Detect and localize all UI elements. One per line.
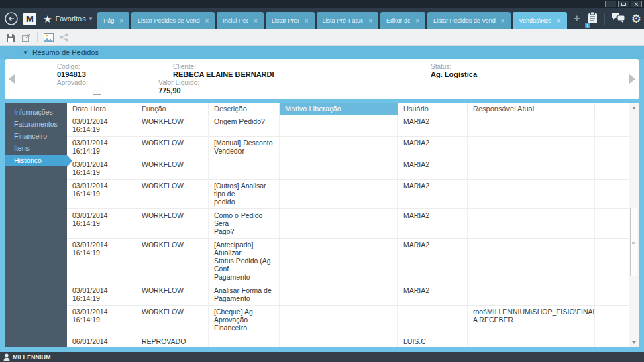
cell-descricao: Como o Pedido Será Pago? (209, 209, 280, 238)
column-header-label: Usuário (403, 105, 429, 113)
aprovado-checkbox[interactable] (93, 86, 101, 95)
cell-data-hora: 03/01/2014 16:14:19 (67, 158, 136, 179)
tab-close-icon[interactable]: × (305, 17, 309, 25)
star-icon: ★ (43, 14, 52, 24)
table-row[interactable]: 03/01/2014 16:14:19 WORKFLOW Origem Pedi… (67, 115, 639, 137)
tasks-button[interactable]: 1 (587, 11, 598, 27)
valor-liquido-label: Valor Líquido: (158, 79, 199, 86)
new-tab-button[interactable]: + (574, 12, 580, 25)
table-row[interactable]: 03/01/2014 16:14:19 WORKFLOW [Outros] An… (67, 180, 639, 209)
tab-close-icon[interactable]: × (557, 17, 561, 25)
table-row[interactable]: 03/01/2014 16:14:19 WORKFLOW [Cheque] Ag… (67, 306, 639, 335)
cell-usuario: MARIA2 (398, 158, 468, 179)
next-record-arrow[interactable] (629, 74, 635, 84)
cell-usuario: MARIA2 (398, 284, 468, 305)
sidebar-item[interactable]: Financeiro (5, 131, 67, 142)
image-icon (44, 33, 54, 42)
cell-funcao: WORKFLOW (136, 137, 209, 158)
tab-close-icon[interactable]: × (368, 17, 372, 25)
scrollbar-thumb[interactable] (630, 208, 637, 276)
table-row[interactable]: 03/01/2014 16:14:19 WORKFLOW MARIA2 (67, 158, 639, 180)
cell-responsavel (468, 239, 595, 284)
chat-bubbles-icon (611, 12, 625, 23)
column-header[interactable]: Data Hora (67, 103, 136, 115)
tab[interactable]: Listar Produt... × (266, 12, 315, 29)
cell-data-hora: 03/01/2014 16:14:19 (67, 209, 136, 238)
sidebar-item[interactable]: Histórico (5, 155, 67, 166)
sidebar-item[interactable]: Informações (5, 107, 67, 118)
cell-usuario: MARIA2 (398, 115, 468, 136)
sidebar-item-label: Informações (14, 108, 53, 116)
minimize-button[interactable] (605, 1, 616, 7)
tab-bar: M ★ Favoritos ▾ Pági... × Listar Pedidos… (0, 8, 644, 29)
share-button[interactable] (60, 33, 68, 42)
table-row[interactable]: 06/01/2014 REPROVADO LUIS.C (67, 335, 639, 347)
tab-close-icon[interactable]: × (415, 17, 419, 25)
tab[interactable]: Pági... × (97, 12, 129, 29)
tab-close-icon[interactable]: × (119, 17, 123, 25)
tab[interactable]: Lista Pré-Faturame... × (317, 12, 378, 29)
tab[interactable]: Listar Pedidos de Venda e Lis... × (427, 12, 511, 29)
status-label: Status: (431, 63, 451, 70)
tab-label: Inclui Pedid... (223, 17, 248, 24)
favorites-menu[interactable]: ★ Favoritos ▾ (43, 14, 92, 24)
back-button[interactable] (4, 11, 19, 26)
chat-button[interactable] (611, 12, 625, 25)
column-header[interactable]: Descrição (209, 103, 280, 115)
tab-close-icon[interactable]: × (205, 17, 209, 25)
collapse-icon: ▼ (23, 50, 28, 56)
table-row[interactable]: 03/01/2014 16:14:19 WORKFLOW [Manual] De… (67, 137, 639, 158)
export-button[interactable] (21, 33, 31, 42)
sidebar-item-label: Histórico (14, 156, 42, 164)
cell-usuario: MARIA2 (398, 137, 468, 158)
share-icon (60, 33, 68, 42)
back-arrow-icon (4, 11, 19, 26)
close-button[interactable] (631, 1, 642, 7)
tab-close-icon[interactable]: × (254, 17, 258, 25)
cell-motivo (280, 158, 398, 179)
sidebar: Informações Faturamentos Financeiro Iten… (5, 103, 67, 347)
detail-panel: Informações Faturamentos Financeiro Iten… (5, 103, 639, 347)
triangle-up-icon (632, 107, 636, 109)
scroll-up-button[interactable] (629, 103, 639, 113)
tab[interactable]: Editor de d... × (380, 12, 425, 29)
save-icon (6, 33, 15, 42)
cell-responsavel (468, 180, 595, 208)
cliente-label: Cliente: (173, 63, 196, 70)
summary-card: Código: 0194813 Cliente: REBECA ELAINE B… (5, 59, 639, 99)
cell-funcao: WORKFLOW (136, 209, 209, 238)
column-header[interactable]: Responsável Atual (468, 103, 595, 115)
sidebar-item-label: Faturamentos (14, 120, 58, 128)
save-button[interactable] (6, 33, 15, 42)
column-header[interactable]: Função (136, 103, 209, 115)
sidebar-item[interactable]: Faturamentos (5, 119, 67, 130)
cell-usuario: LUIS.C (398, 335, 468, 347)
cell-descricao: Analisar Forma de Pagamento (209, 284, 280, 305)
tray-divider (604, 13, 605, 25)
column-header[interactable]: Motivo Liberação (280, 103, 398, 115)
tab-close-icon[interactable]: × (501, 17, 505, 25)
tab[interactable]: Inclui Pedid... × (217, 12, 263, 29)
aprovado-label: Aprovado: (57, 79, 88, 86)
previous-record-arrow[interactable] (9, 74, 15, 84)
tab[interactable]: Listar Pedidos de Venda e Lis... × (131, 12, 215, 29)
scroll-down-button[interactable] (629, 338, 639, 347)
sidebar-item[interactable]: Itens (5, 143, 67, 154)
app-logo[interactable]: M (23, 13, 36, 25)
table-row[interactable]: 03/01/2014 16:14:19 WORKFLOW Analisar Fo… (67, 284, 639, 306)
cell-descricao: [Antecipado] Atualizar Status Pedido (Ag… (209, 239, 280, 284)
table-row[interactable]: 03/01/2014 16:14:19 WORKFLOW Como o Pedi… (67, 209, 639, 239)
tab[interactable]: Vendas\Resum... × (513, 12, 566, 29)
column-header[interactable]: Usuário (398, 103, 468, 115)
table-row[interactable]: 03/01/2014 16:14:19 WORKFLOW [Antecipado… (67, 239, 639, 284)
settings-button[interactable]: ⚙ (631, 13, 641, 25)
cliente-value: REBECA ELAINE BERNARDI (173, 70, 274, 78)
cell-responsavel: root\MILLENNIUM\SHOP_FISIO\FINANCEIR A R… (468, 306, 595, 335)
column-header-label: Motivo Liberação (285, 105, 341, 113)
vertical-scrollbar[interactable] (629, 103, 639, 347)
codigo-label: Código: (57, 63, 80, 70)
maximize-button[interactable] (618, 1, 629, 7)
cell-descricao: [Cheque] Ag. Aprovação Financeiro (209, 306, 280, 335)
summary-section-header[interactable]: ▼ Resumo de Pedidos (0, 46, 644, 59)
image-button[interactable] (44, 33, 54, 42)
